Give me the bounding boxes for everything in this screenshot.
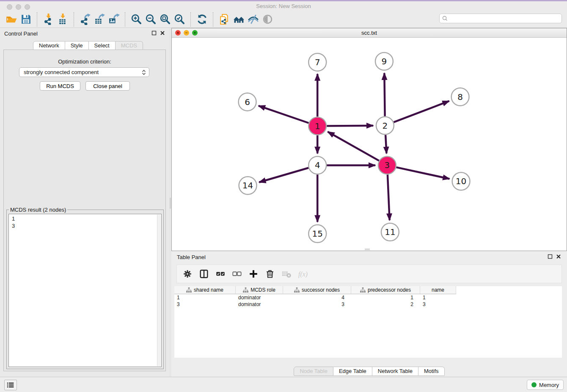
cell-shared-name[interactable]: 1 — [174, 294, 236, 301]
column-header-shared-name[interactable]: shared name — [174, 286, 236, 294]
export-table-icon[interactable] — [92, 12, 107, 27]
select-all-icon[interactable] — [215, 268, 226, 279]
svg-text:10: 10 — [456, 176, 466, 186]
tab-mcds[interactable]: MCDS — [116, 41, 143, 50]
zoom-fit-icon[interactable] — [158, 12, 172, 27]
table-panel: Table Panel f(x) shared nameMCDS rolesuc… — [171, 252, 567, 377]
zoom-selected-icon[interactable] — [172, 12, 187, 27]
edge-3-1[interactable] — [328, 132, 379, 160]
add-column-icon[interactable] — [248, 268, 259, 279]
search-icon — [442, 16, 448, 21]
edge-2-3[interactable] — [385, 135, 386, 154]
table-panel-title: Table Panel — [177, 254, 206, 260]
graph-node-2[interactable]: 2 — [376, 117, 394, 135]
select-stepper-icon — [140, 69, 147, 76]
result-scrollbar[interactable] — [157, 215, 161, 366]
float-panel-icon[interactable] — [151, 30, 157, 36]
svg-text:14: 14 — [242, 180, 253, 190]
cell-successor-nodes[interactable]: 4 — [283, 294, 351, 301]
table-row[interactable]: 3dominator323 — [174, 301, 562, 308]
show-graphics-details-icon[interactable] — [246, 12, 260, 27]
run-mcds-button[interactable]: Run MCDS — [40, 81, 80, 91]
tab-network-table[interactable]: Network Table — [372, 367, 418, 376]
main-toolbar — [0, 11, 567, 28]
zoom-in-icon[interactable] — [129, 12, 143, 27]
graph-node-4[interactable]: 4 — [308, 156, 326, 174]
cell-name[interactable]: 3 — [420, 301, 456, 308]
graph-node-1[interactable]: 1 — [308, 117, 326, 135]
tab-select[interactable]: Select — [89, 41, 116, 50]
graph-node-8[interactable]: 8 — [451, 88, 469, 106]
float-table-panel-icon[interactable] — [548, 254, 553, 259]
tab-motifs[interactable]: Motifs — [418, 367, 445, 376]
import-network-icon[interactable] — [41, 12, 55, 27]
import-table-icon[interactable] — [55, 12, 70, 27]
close-table-panel-icon[interactable] — [556, 254, 561, 259]
close-panel-button[interactable]: Close panel — [85, 81, 130, 91]
close-panel-icon[interactable] — [160, 30, 165, 36]
column-header-predecessor-nodes[interactable]: predecessor nodes — [351, 286, 420, 294]
column-type-icon — [360, 287, 366, 293]
svg-text:8: 8 — [457, 92, 463, 102]
column-header-name[interactable]: name — [420, 286, 456, 294]
graph-node-3[interactable]: 3 — [378, 156, 396, 174]
cell-name[interactable]: 1 — [420, 294, 456, 301]
cell-shared-name[interactable]: 3 — [174, 301, 236, 308]
cell-MCDS-role[interactable]: dominator — [236, 294, 283, 301]
deselect-all-icon[interactable] — [231, 268, 242, 279]
tab-edge-table[interactable]: Edge Table — [333, 367, 372, 376]
graph-node-9[interactable]: 9 — [375, 52, 393, 70]
graph-node-7[interactable]: 7 — [308, 53, 326, 71]
export-image-icon[interactable] — [107, 12, 121, 27]
column-visibility-icon[interactable] — [198, 268, 209, 279]
edge-2-8[interactable] — [394, 101, 449, 122]
table-row[interactable]: 1dominator411 — [174, 294, 562, 301]
edge-1-6[interactable] — [259, 106, 308, 123]
graph-node-6[interactable]: 6 — [239, 93, 256, 111]
mcds-result-list[interactable]: 13 — [8, 214, 162, 367]
delete-column-icon[interactable] — [264, 268, 275, 279]
mcds-panel: Optimization criterion: strongly connect… — [3, 50, 166, 371]
control-panel-title: Control Panel — [4, 30, 38, 37]
criterion-select[interactable]: strongly connected component — [19, 67, 149, 77]
cell-predecessor-nodes[interactable]: 1 — [351, 294, 420, 301]
show-panels-button[interactable] — [4, 380, 17, 390]
table-toolbar: f(x) — [176, 265, 562, 283]
column-header-successor-nodes[interactable]: successor nodes — [283, 286, 351, 294]
network-window-titlebar[interactable]: scc.txt — [172, 28, 567, 38]
zoom-out-icon[interactable] — [143, 12, 158, 27]
tab-network[interactable]: Network — [33, 41, 65, 50]
export-network-icon[interactable] — [78, 12, 92, 27]
cell-successor-nodes[interactable]: 3 — [283, 301, 351, 308]
home-icon[interactable] — [231, 12, 246, 27]
column-header-MCDS-role[interactable]: MCDS role — [236, 286, 283, 294]
graph-node-11[interactable]: 11 — [381, 223, 399, 241]
graph-node-10[interactable]: 10 — [452, 172, 470, 190]
open-file-icon[interactable] — [4, 12, 19, 27]
memory-status-icon — [531, 382, 537, 387]
graph-node-14[interactable]: 14 — [239, 177, 257, 194]
settings-gear-icon[interactable] — [182, 268, 193, 279]
graph-node-15[interactable]: 15 — [308, 225, 326, 243]
save-icon[interactable] — [19, 12, 33, 27]
edge-3-10[interactable] — [396, 167, 449, 179]
edge-3-11[interactable] — [388, 174, 390, 220]
tab-style[interactable]: Style — [65, 41, 89, 50]
search-field[interactable] — [439, 14, 562, 23]
search-input[interactable] — [449, 15, 559, 22]
cell-MCDS-role[interactable]: dominator — [236, 301, 283, 308]
duplicate-network-icon[interactable] — [217, 12, 231, 27]
tab-node-table[interactable]: Node Table — [294, 367, 333, 376]
refresh-icon[interactable] — [195, 12, 209, 27]
table-header-row: shared nameMCDS rolesuccessor nodesprede… — [174, 286, 562, 294]
toolbar-separator — [74, 12, 74, 27]
main-titlebar: Session: New Session — [0, 1, 567, 11]
edge-1-2[interactable] — [327, 126, 373, 126]
canvas-grip[interactable] — [365, 248, 370, 250]
network-canvas[interactable]: 7968124314101511 — [172, 38, 567, 251]
disabled-eye-icon[interactable] — [260, 12, 275, 27]
memory-button[interactable]: Memory — [527, 380, 564, 390]
edge-2-9[interactable] — [384, 73, 385, 116]
cell-predecessor-nodes[interactable]: 2 — [351, 301, 420, 308]
edge-4-14[interactable] — [259, 168, 308, 182]
